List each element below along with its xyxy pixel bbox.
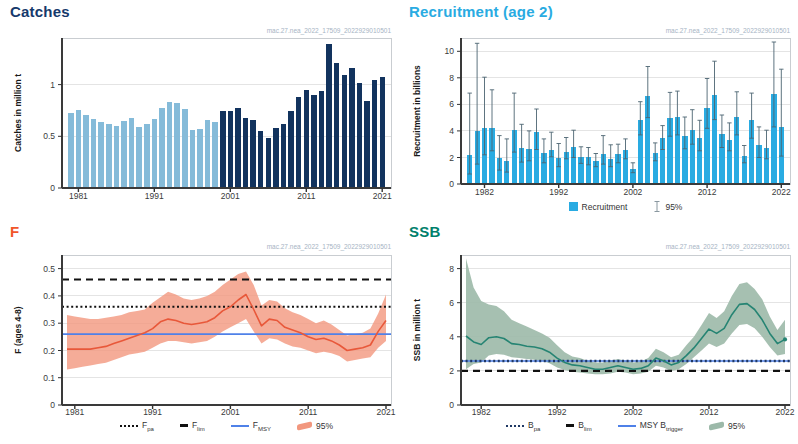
bar-1994: [174, 103, 180, 188]
fishing-mortality-title: F: [10, 223, 19, 240]
x-tick-label: 1991: [143, 407, 162, 417]
legend-item: Blim: [566, 420, 591, 432]
catches-panel: 00.5119811991200120112021 Catches mac.27…: [0, 0, 399, 222]
watermark-text: mac.27.nea_2022_17509_2022929010501: [267, 27, 391, 34]
ssb-panel: 0246819821992200220122022 SSB mac.27.nea…: [399, 222, 798, 444]
bar-1984: [98, 122, 104, 188]
y-tick-label: 0.5: [43, 264, 55, 274]
recruitment-title: Recruitment (age 2): [409, 3, 553, 20]
legend-label: MSY Btrigger: [640, 420, 683, 432]
x-tick-label: 1981: [65, 407, 84, 417]
bar-2020: [372, 80, 378, 188]
stock-assessment-dashboard: 00.5119811991200120112021 Catches mac.27…: [0, 0, 798, 444]
bar-2018: [357, 83, 363, 189]
watermark-text: mac.27.nea_2022_17509_2022929010501: [666, 27, 790, 34]
watermark-text: mac.27.nea_2022_17509_2022929010501: [267, 243, 391, 250]
bar-2007: [273, 128, 279, 188]
catches-y-axis-label: Catches in million t: [13, 74, 23, 152]
legend-label: 95%: [316, 421, 333, 431]
legend-item: MSY Btrigger: [618, 420, 683, 432]
legend-label: Flim: [192, 420, 205, 432]
x-tick-label: 1982: [475, 187, 494, 197]
ribbon-green-legend-icon: [709, 421, 724, 430]
bar-1981: [76, 110, 82, 188]
bar-1982: [83, 115, 89, 188]
bar-1989: [136, 127, 142, 188]
ssb-chart: 0246819821992200220122022: [399, 222, 798, 444]
legend-label: 95%: [728, 421, 745, 431]
bar-1990: [144, 124, 150, 188]
legend-item: 95%: [653, 200, 682, 213]
bar-2019: [364, 101, 370, 188]
bar-1991: [152, 119, 158, 188]
x-tick-label: 2012: [698, 187, 717, 197]
bar-2012: [311, 95, 317, 188]
bar-1995: [182, 109, 188, 188]
end-point-marker: [783, 337, 787, 341]
x-tick-label: 2001: [221, 407, 240, 417]
bar-1993: [167, 102, 173, 188]
y-tick-label: 4: [449, 332, 454, 342]
bar-2005: [258, 131, 264, 188]
dash-legend-icon: [566, 424, 574, 427]
bar-2013: [319, 91, 325, 188]
x-tick-label: 1991: [145, 191, 164, 201]
recruitment-y-axis-label: Recruitment in billions: [412, 65, 422, 157]
bar-1986: [114, 126, 120, 188]
x-tick-label: 2011: [297, 191, 316, 201]
bar-2021: [380, 77, 386, 188]
ssb-legend: BpaBlimMSY Btrigger95%: [461, 420, 790, 432]
x-tick-label: 1981: [69, 191, 88, 201]
y-tick-label: 8: [449, 264, 454, 274]
fishing-mortality-y-axis-label: F (ages 4-8): [13, 306, 23, 353]
legend-item: FMSY: [231, 420, 271, 432]
bar-2006: [266, 138, 272, 188]
y-tick-label: 8: [449, 73, 454, 83]
bar-2002: [235, 108, 241, 188]
y-tick-label: 0: [50, 400, 55, 410]
ssb-title: SSB: [409, 223, 440, 240]
legend-item: Bpa: [506, 420, 540, 432]
dotted-navy-legend-icon: [506, 425, 524, 427]
error-bar-legend-icon: [653, 200, 661, 213]
bar-1983: [91, 119, 97, 188]
bar-2017: [349, 68, 355, 188]
legend-item: Fpa: [120, 420, 154, 432]
x-tick-label: 1982: [472, 407, 491, 417]
y-tick-label: 2: [449, 366, 454, 376]
bar-1987: [121, 121, 127, 188]
legend-label: Fpa: [142, 420, 154, 432]
bar-2004: [250, 120, 256, 188]
y-tick-label: 6: [449, 298, 454, 308]
bar-2003: [243, 118, 249, 188]
x-tick-label: 2002: [624, 407, 643, 417]
bar-1985: [106, 124, 112, 188]
recruitment-panel: 024681019821992200220122022 Recruitment …: [399, 0, 798, 222]
fishing-mortality-legend: FpaFlimFMSY95%: [62, 420, 391, 432]
bar-2014: [326, 44, 332, 188]
legend-item: 95%: [709, 421, 745, 431]
bar-1992: [159, 108, 165, 188]
line-legend-icon: [618, 425, 636, 427]
legend-item: Flim: [180, 420, 205, 432]
ssb-y-axis-label: SSB in million t: [412, 299, 422, 361]
bar-2008: [281, 124, 287, 188]
bar-1980: [68, 113, 74, 189]
line-legend-icon: [231, 425, 249, 427]
legend-item: Recruitment: [569, 202, 628, 212]
dotted-legend-icon: [120, 425, 138, 427]
y-tick-label: 0.5: [43, 131, 55, 141]
dash-legend-icon: [180, 424, 188, 427]
y-tick-label: 0.2: [43, 346, 55, 356]
x-tick-label: 1992: [548, 407, 567, 417]
legend-item: 95%: [297, 421, 333, 431]
y-tick-label: 4: [449, 126, 454, 136]
x-tick-label: 2022: [776, 407, 795, 417]
y-tick-label: 0: [449, 400, 454, 410]
legend-label: Bpa: [528, 420, 540, 432]
watermark-text: mac.27.nea_2022_17509_2022929010501: [666, 243, 790, 250]
x-tick-label: 2001: [221, 191, 240, 201]
y-tick-label: 0: [449, 179, 454, 189]
recruitment-legend: Recruitment95%: [461, 200, 790, 213]
y-tick-label: 0: [50, 183, 55, 193]
